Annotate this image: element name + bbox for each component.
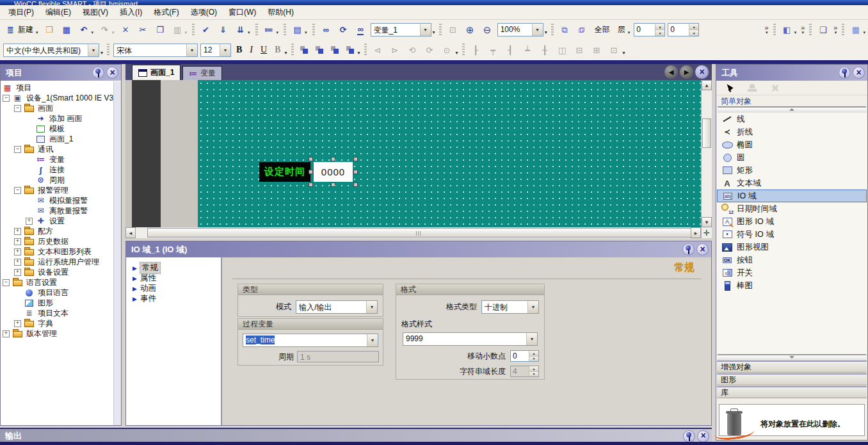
align-left-edge-button[interactable] (468, 42, 484, 58)
copy-button[interactable] (152, 22, 168, 38)
spin-down-icon[interactable] (529, 357, 538, 362)
tree-expand-toggle[interactable] (14, 259, 21, 266)
tree-item[interactable]: 离散量报警 (1, 206, 121, 216)
align-left-button[interactable] (297, 42, 311, 58)
tree-item[interactable]: 周期 (1, 175, 121, 185)
italic-button[interactable]: I (246, 42, 256, 58)
tree-expand-toggle[interactable] (14, 105, 21, 112)
properties-nav-item[interactable]: 属性 (126, 273, 221, 283)
vertical-scrollbar[interactable] (701, 80, 712, 227)
tree-expand-toggle[interactable] (3, 279, 10, 286)
layer-y-spinner[interactable]: 0 (668, 23, 699, 36)
arrange-options-button[interactable]: ▾ (623, 50, 625, 56)
align-top-edge-button[interactable] (485, 42, 501, 58)
paste-special-button[interactable]: ▾ (289, 22, 309, 38)
align-bottom-button[interactable] (343, 42, 357, 58)
menu-item[interactable]: 视图(V) (77, 5, 114, 20)
tree-item[interactable]: 文本和图形列表 (1, 247, 121, 257)
selection-handle[interactable] (309, 170, 313, 174)
tab-screen-1[interactable]: 画面_1 (132, 65, 181, 80)
tools-section-header[interactable]: 增强对象 (717, 360, 867, 373)
tree-item[interactable]: 设备设置 (1, 267, 121, 277)
zoom-select-button[interactable] (445, 22, 461, 38)
decimal-shift-spinner[interactable]: 0 (510, 350, 539, 362)
pan-icon[interactable] (701, 227, 712, 238)
rotate-options-button[interactable]: ▾ (456, 50, 458, 56)
grid-snap-button[interactable] (606, 42, 622, 58)
layer-x-spinner[interactable]: 0 (634, 23, 665, 36)
spin-down-icon[interactable] (655, 30, 664, 36)
menu-item[interactable]: 插入(I) (114, 5, 148, 20)
fill-color-button[interactable]: ▾ (779, 22, 799, 38)
rotate-left-button[interactable] (405, 42, 421, 58)
tree-item[interactable]: 项目语言 (1, 287, 121, 298)
tool-item[interactable]: 矩形 (717, 164, 867, 177)
spin-up-icon[interactable] (529, 351, 538, 357)
tree-expand-toggle[interactable] (3, 95, 10, 102)
tree-item[interactable]: 版本管理 (1, 328, 121, 339)
dictionary-button[interactable] (815, 22, 831, 38)
layer-back-button[interactable] (574, 22, 590, 38)
selection-handle[interactable] (331, 182, 335, 187)
selection-handle[interactable] (309, 157, 313, 161)
language-combo-options-button[interactable]: ▾ (100, 50, 103, 56)
same-size-button[interactable] (589, 42, 605, 58)
object-settings-button[interactable] (768, 79, 782, 96)
zoom-combo[interactable]: 100% (497, 23, 543, 36)
pin-icon[interactable] (839, 67, 851, 79)
close-icon[interactable] (696, 243, 709, 255)
menu-item[interactable]: 编辑(E) (40, 5, 77, 20)
font-options-button[interactable]: ▾ (285, 50, 287, 56)
tool-item[interactable]: 图形视图 (717, 241, 867, 254)
menu-item[interactable]: 帮助(H) (262, 5, 300, 20)
tool-item[interactable]: 按钮 (717, 254, 867, 266)
pin-icon[interactable] (92, 67, 104, 79)
selection-handle[interactable] (309, 182, 313, 187)
tree-expand-toggle[interactable] (14, 187, 21, 194)
tree-item[interactable]: 项目 (1, 83, 121, 93)
paste-button[interactable]: ▾ (170, 22, 189, 38)
format-type-select[interactable]: 十进制 (481, 300, 539, 314)
hmi-screen[interactable]: 设定时间 0000 (198, 80, 701, 227)
pin-icon[interactable] (683, 430, 695, 442)
tree-item[interactable]: 字典 (1, 318, 121, 328)
screen-properties-button[interactable]: ▾ (848, 22, 867, 38)
scroll-up-icon[interactable] (702, 80, 712, 90)
object-list-button[interactable]: ▾ (261, 22, 281, 38)
pin-icon[interactable] (682, 243, 695, 255)
format-pattern-select[interactable]: 9999 (403, 332, 538, 346)
tree-expand-toggle[interactable] (3, 330, 10, 337)
zoom-out-button[interactable] (479, 22, 495, 38)
new-button[interactable]: 新建▾ (3, 22, 40, 38)
chevron-down-icon[interactable] (88, 44, 99, 56)
tree-item[interactable]: 报警管理 (1, 185, 121, 195)
tree-item[interactable]: 设置 (1, 216, 121, 226)
layer-menu-button[interactable]: 层▾ (615, 22, 632, 38)
same-height-button[interactable] (572, 42, 588, 58)
properties-nav-item[interactable]: 常规 (126, 263, 221, 273)
tree-item[interactable]: 运行系统用户管理 (1, 257, 121, 267)
selection-handle[interactable] (353, 182, 358, 187)
tag-combo-options-button[interactable]: ▾ (433, 29, 435, 35)
tree-expand-toggle[interactable] (14, 269, 21, 276)
dictionary-overflow-button[interactable] (833, 25, 837, 35)
tree-expand-toggle[interactable] (14, 248, 21, 255)
toolbar-overflow-button[interactable] (765, 25, 769, 35)
center-objects-button[interactable] (537, 42, 553, 58)
tool-item[interactable]: 文本域 (717, 177, 867, 190)
transfer-button[interactable] (215, 22, 231, 38)
tool-item[interactable]: 图形 IO 域 (717, 215, 867, 228)
tag-combo[interactable]: 变量_1 (371, 23, 431, 36)
tool-item[interactable]: 椭圆 (717, 138, 867, 151)
menu-item[interactable]: 窗口(W) (223, 5, 262, 20)
menu-item[interactable]: 选项(O) (185, 5, 223, 20)
horizontal-scroll-thumb[interactable] (147, 228, 691, 238)
tool-item[interactable]: 折线 (717, 125, 867, 138)
undo-button[interactable]: ▾ (76, 22, 96, 38)
menu-item[interactable]: 项目(P) (3, 5, 40, 20)
find-button[interactable] (318, 22, 334, 38)
tools-section-header[interactable]: 图形 (717, 373, 867, 385)
align-right-edge-button[interactable] (502, 42, 518, 58)
tree-item[interactable]: 历史数据 (1, 236, 121, 247)
chevron-down-icon[interactable] (526, 333, 537, 345)
